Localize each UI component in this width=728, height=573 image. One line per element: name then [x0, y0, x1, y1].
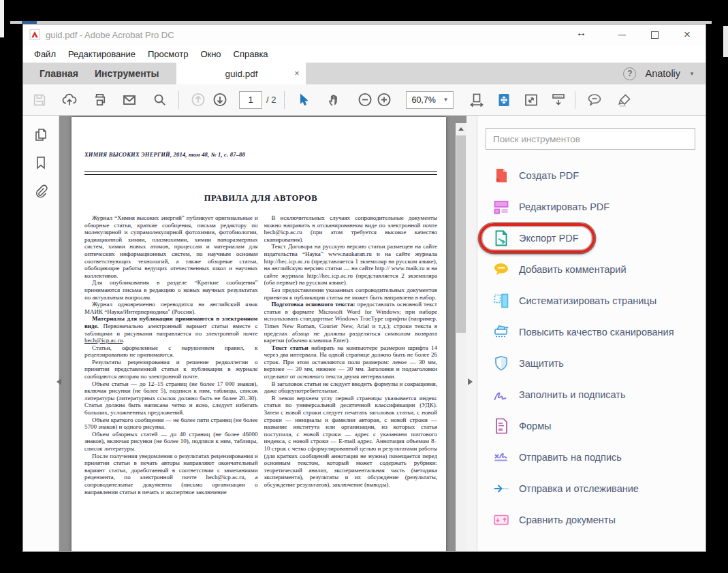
- enhance-scans-icon: [492, 323, 510, 341]
- save-icon[interactable]: [31, 92, 48, 108]
- previous-page-icon[interactable]: [190, 92, 206, 108]
- add-comment-icon: [492, 261, 510, 278]
- tool-label: Отправить на подпись: [519, 452, 622, 463]
- hand-tool-icon[interactable]: [326, 92, 342, 108]
- doc-paragraph: В заголовок статьи не следует вводить фо…: [264, 380, 438, 395]
- attachments-icon[interactable]: [33, 182, 49, 201]
- acrobat-window: guid.pdf - Adobe Acrobat Pro DC ↔ × Файл…: [22, 24, 706, 552]
- scroll-up-icon[interactable]: [456, 123, 466, 134]
- collapse-right-pane-icon[interactable]: [468, 378, 476, 385]
- comment-icon[interactable]: [586, 92, 603, 108]
- menu-help[interactable]: Справка: [227, 49, 274, 59]
- tool-item-enhance-scans[interactable]: Повысить качество сканирования: [477, 316, 706, 348]
- tool-item-fill-sign[interactable]: Заполнить и подписать: [477, 379, 706, 410]
- edit-pdf-icon: [492, 198, 510, 216]
- doc-paragraph: Статьи, оформленные с нарушением правил,…: [84, 344, 258, 359]
- window-title: guid.pdf - Adobe Acrobat Pro DC: [46, 30, 174, 40]
- tool-label: Экспорт PDF: [519, 233, 579, 244]
- search-input[interactable]: [486, 128, 695, 150]
- create-pdf-icon: [492, 167, 510, 184]
- tools-list: Создать PDFРедактировать PDFЭкспорт PDFД…: [477, 160, 706, 536]
- forms-icon: [492, 417, 510, 435]
- scrollbar-thumb[interactable]: [456, 135, 466, 333]
- acrobat-app-icon: [29, 29, 40, 40]
- menu-bar: Файл Редактирование Просмотр Окно Справк…: [23, 45, 706, 63]
- fullscreen-icon[interactable]: [523, 92, 539, 108]
- tool-item-create-pdf[interactable]: Создать PDF: [477, 160, 706, 191]
- tool-label: Сравнить документы: [519, 514, 616, 525]
- collapse-left-pane-icon[interactable]: [53, 378, 61, 385]
- doc-paragraph: В исключительных случаях сопроводительны…: [264, 214, 438, 243]
- menu-file[interactable]: Файл: [28, 49, 62, 59]
- tab-bar: Главная Инструменты guid.pdf × ? Anatoli…: [23, 63, 706, 84]
- menu-view[interactable]: Просмотр: [142, 49, 194, 59]
- tool-item-organize-pages[interactable]: Систематизировать страницы: [477, 285, 706, 316]
- organize-pages-icon: [492, 292, 510, 310]
- select-tool-icon[interactable]: [296, 92, 312, 108]
- email-link[interactable]: hech@icp.ac.ru: [84, 337, 123, 344]
- resize-cursor-artifact: ↔: [576, 27, 586, 38]
- zoom-out-icon[interactable]: [357, 92, 373, 108]
- hide-toolbar-icon[interactable]: [550, 92, 567, 108]
- tab-tools[interactable]: Инструменты: [86, 68, 168, 79]
- tool-item-export-pdf[interactable]: Экспорт PDF: [477, 223, 706, 254]
- panel-separator: [466, 116, 477, 551]
- tool-item-send-for-signature[interactable]: Отправить на подпись: [477, 442, 706, 473]
- tab-home[interactable]: Главная: [31, 68, 86, 79]
- fit-one-page-icon[interactable]: [496, 92, 512, 108]
- doc-paragraph: Текст статьи набирать на компьютере разм…: [264, 344, 438, 380]
- doc-paragraph: Подготовка основного текста: предоставля…: [264, 301, 438, 344]
- tool-label: Редактировать PDF: [519, 201, 610, 212]
- doc-paragraph: Журнал одновременно переводится на англи…: [84, 301, 258, 315]
- main-toolbar: / 2 60,7% ▼: [23, 84, 706, 116]
- doc-paragraph: Объем статьи — до 12–15 страниц (не боле…: [84, 380, 258, 416]
- maximize-button[interactable]: [643, 24, 666, 45]
- close-tab-icon[interactable]: ×: [294, 69, 299, 78]
- tool-item-compare-documents[interactable]: Сравнить документы: [477, 504, 706, 536]
- tool-label: Повысить качество сканирования: [519, 327, 674, 338]
- page-number-input[interactable]: [239, 91, 262, 109]
- tool-item-forms[interactable]: Формы: [477, 410, 706, 442]
- title-bar: guid.pdf - Adobe Acrobat Pro DC ↔ ×: [23, 24, 706, 45]
- tab-document[interactable]: guid.pdf ×: [176, 63, 306, 84]
- doc-paragraph: Объем обзорных статей — до 40 страниц (н…: [84, 431, 258, 453]
- doc-paragraph: Результаты рецензирования и решение редк…: [84, 359, 258, 380]
- protect-icon: [492, 355, 510, 372]
- highlight-icon[interactable]: [616, 92, 633, 108]
- doc-paragraph: Материалы для публикации принимаются в э…: [84, 315, 258, 344]
- help-icon[interactable]: ?: [623, 67, 636, 80]
- vertical-scrollbar[interactable]: [456, 123, 466, 551]
- zoom-level-dropdown[interactable]: 60,7% ▼: [406, 91, 454, 109]
- next-page-icon[interactable]: [212, 92, 228, 108]
- navigation-pane: [23, 116, 59, 551]
- email-icon[interactable]: [121, 92, 138, 108]
- minimize-button[interactable]: [610, 24, 633, 45]
- page-thumbnails-icon[interactable]: [33, 127, 49, 146]
- menu-window[interactable]: Окно: [194, 49, 227, 59]
- tool-item-send-track[interactable]: Отправка и отслеживание: [477, 473, 706, 504]
- search-icon[interactable]: [151, 92, 168, 108]
- cloud-upload-icon[interactable]: [61, 92, 78, 108]
- document-viewer[interactable]: ХИМИЯ ВЫСОКИХ ЭНЕРГИЙ, 2014, том 48, № 1…: [59, 116, 456, 551]
- close-button[interactable]: ×: [676, 24, 699, 45]
- tool-label: Систематизировать страницы: [519, 295, 656, 306]
- user-account-button[interactable]: Anatoliy: [645, 68, 680, 79]
- tool-label: Защитить: [519, 358, 564, 369]
- menu-edit[interactable]: Редактирование: [62, 49, 142, 59]
- tool-item-protect[interactable]: Защитить: [477, 348, 706, 379]
- tool-label: Формы: [519, 421, 552, 431]
- page-width-icon[interactable]: [469, 92, 485, 108]
- zoom-in-icon[interactable]: [376, 92, 392, 108]
- doc-paragraph: Для опубликования в разделе “Краткие соо…: [84, 279, 258, 301]
- doc-paragraph: После получения уведомления о результата…: [84, 453, 258, 496]
- doc-paragraph: Текст Договора на русскую версию статьи …: [264, 243, 438, 286]
- chevron-down-icon[interactable]: ▼: [689, 71, 695, 77]
- compare-documents-icon: [492, 511, 510, 529]
- doc-paragraph: Объем краткого сообщения — не более пяти…: [84, 416, 258, 431]
- zoom-level-value: 60,7%: [411, 95, 435, 105]
- tool-item-edit-pdf[interactable]: Редактировать PDF: [477, 191, 706, 223]
- tools-pane: Создать PDFРедактировать PDFЭкспорт PDFД…: [477, 116, 706, 551]
- bookmarks-icon[interactable]: [33, 154, 49, 174]
- tool-item-add-comment[interactable]: Добавить комментарий: [477, 254, 706, 285]
- print-icon[interactable]: [91, 92, 108, 108]
